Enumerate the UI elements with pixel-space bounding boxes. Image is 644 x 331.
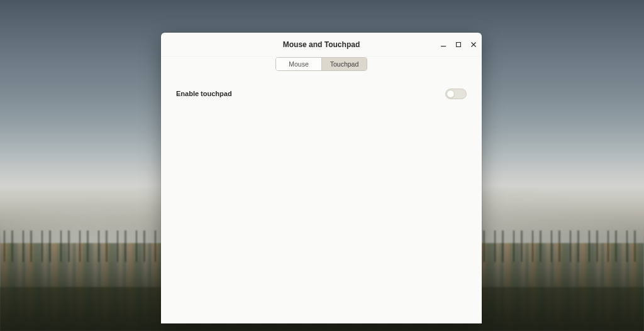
svg-rect-0 — [441, 46, 446, 46]
desktop-wallpaper: Mouse and Touchpad Mouse Touchpad — [0, 0, 644, 331]
enable-touchpad-toggle[interactable] — [445, 89, 467, 99]
tab-bar: Mouse Touchpad — [161, 57, 482, 75]
titlebar[interactable]: Mouse and Touchpad — [161, 33, 482, 57]
tab-mouse[interactable]: Mouse — [276, 58, 321, 70]
maximize-icon[interactable] — [454, 40, 463, 49]
tab-label: Mouse — [289, 60, 309, 68]
enable-touchpad-row: Enable touchpad — [176, 86, 467, 101]
toggle-knob — [447, 90, 455, 98]
svg-rect-1 — [457, 42, 461, 46]
window-controls — [439, 33, 478, 56]
close-icon[interactable] — [469, 40, 478, 49]
settings-content: Enable touchpad — [161, 75, 482, 323]
window-title: Mouse and Touchpad — [283, 40, 360, 49]
tab-label: Touchpad — [330, 60, 359, 68]
settings-window: Mouse and Touchpad Mouse Touchpad — [161, 33, 482, 323]
tab-touchpad[interactable]: Touchpad — [321, 58, 367, 70]
minimize-icon[interactable] — [439, 40, 448, 49]
enable-touchpad-label: Enable touchpad — [176, 90, 232, 97]
tab-switcher: Mouse Touchpad — [275, 57, 367, 71]
